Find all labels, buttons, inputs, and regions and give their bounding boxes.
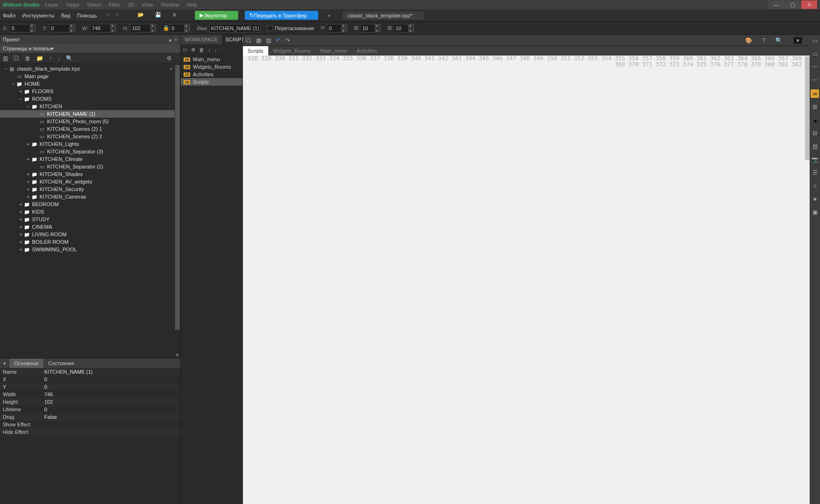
- tree-item[interactable]: KITCHEN_Separator (2): [0, 163, 180, 170]
- editor-tool-2-icon[interactable]: ▦: [256, 37, 261, 44]
- prop-row[interactable]: Width746: [0, 391, 180, 398]
- grid1-input[interactable]: [360, 24, 375, 32]
- copy-icon[interactable]: ⿻: [14, 55, 19, 62]
- tree-item[interactable]: +STUDY: [0, 216, 180, 223]
- new-folder-icon[interactable]: 📁: [36, 55, 43, 62]
- script-item[interactable]: JSWidgets_Rooms: [181, 63, 242, 71]
- rt-device-icon[interactable]: 📱: [811, 116, 819, 124]
- prop-row[interactable]: Lifetime0: [0, 406, 180, 413]
- tree-item[interactable]: +SWIMMING_POOL: [0, 246, 180, 253]
- tree-item[interactable]: −classic_black_template.irpz×: [0, 65, 180, 72]
- tree-item[interactable]: +KIDS: [0, 208, 180, 216]
- rt-wave-2-icon[interactable]: 〰: [811, 76, 819, 85]
- rt-blank-1[interactable]: ▭: [811, 37, 819, 45]
- add-tab-button[interactable]: +: [328, 13, 330, 18]
- rotate-spin[interactable]: [342, 24, 347, 32]
- tree-item[interactable]: −ROOMS: [0, 95, 180, 103]
- angle-spin[interactable]: [185, 24, 190, 32]
- tree-item[interactable]: +BEDROOM: [0, 200, 180, 208]
- editor-redo-icon[interactable]: ↷: [285, 37, 290, 44]
- script-down-icon[interactable]: ↓: [215, 47, 217, 53]
- tree-item[interactable]: KITCHEN_Photo_room (5): [0, 118, 180, 125]
- editor-tool-3-icon[interactable]: ▥: [266, 37, 271, 44]
- tree-item[interactable]: +KITCHEN_Shades: [0, 170, 180, 178]
- tab-main[interactable]: Основные: [9, 359, 43, 368]
- tree-item[interactable]: KITCHEN_Separator (3): [0, 148, 180, 155]
- tree-item[interactable]: KITCHEN_Scenes (2) 1: [0, 125, 180, 133]
- emulator-button[interactable]: ▶ Эмулятор: [195, 11, 238, 20]
- x-input[interactable]: [9, 24, 30, 32]
- pages-dropdown-icon[interactable]: ▾: [51, 46, 54, 52]
- project-dropdown-icon[interactable]: ▴: [169, 37, 172, 43]
- undo-icon[interactable]: ↶: [106, 12, 111, 18]
- props-collapse-icon[interactable]: ▾: [0, 360, 9, 367]
- delete-icon[interactable]: 🗑: [25, 55, 31, 62]
- editor-tab[interactable]: Activities: [352, 46, 382, 56]
- prop-row[interactable]: X0: [0, 376, 180, 383]
- rt-star-icon[interactable]: ★: [811, 195, 819, 203]
- script-item[interactable]: JSActivities: [181, 71, 242, 78]
- script-add-icon[interactable]: ⊕: [191, 47, 195, 53]
- rt-box-icon[interactable]: ▣: [811, 208, 819, 216]
- editor-scrollbar[interactable]: [805, 56, 810, 504]
- script-run-icon[interactable]: ▷: [184, 47, 187, 53]
- rt-db-icon[interactable]: ⊟: [811, 129, 819, 137]
- tree-item[interactable]: KITCHEN_NAME (1): [0, 110, 180, 118]
- script-item[interactable]: JSScripts: [181, 78, 242, 86]
- project-tree[interactable]: −classic_black_template.irpz×Main page−H…: [0, 64, 180, 358]
- w-input[interactable]: [90, 24, 111, 32]
- prop-row[interactable]: Show Effect: [0, 421, 180, 428]
- prop-row[interactable]: Height102: [0, 398, 180, 406]
- rt-page-icon[interactable]: ▤: [811, 142, 819, 151]
- editor-undo-icon[interactable]: ↶: [276, 37, 281, 44]
- script-delete-icon[interactable]: 🗑: [199, 47, 204, 53]
- rt-camera-icon[interactable]: 📷: [811, 155, 819, 164]
- h-input[interactable]: [130, 24, 151, 32]
- tree-item[interactable]: −HOME: [0, 80, 180, 88]
- menu-help[interactable]: Помощь: [77, 13, 97, 18]
- y-spin[interactable]: [70, 24, 75, 32]
- script-item[interactable]: JSMain_menu: [181, 56, 242, 63]
- script-up-icon[interactable]: ↑: [208, 47, 211, 53]
- tab-states[interactable]: Состояния: [43, 359, 79, 368]
- tree-item[interactable]: +KITCHEN_Security: [0, 185, 180, 193]
- tree-item[interactable]: +CINEMA: [0, 223, 180, 231]
- transfer-button[interactable]: ↻ Передать в Трансфер: [245, 11, 318, 20]
- tree-item[interactable]: +BOILER ROOM: [0, 238, 180, 246]
- rotate-input[interactable]: [327, 24, 342, 32]
- move-down-icon[interactable]: ↓: [57, 55, 60, 62]
- tree-item[interactable]: +KITCHEN_Lights: [0, 140, 180, 148]
- prop-row[interactable]: Y0: [0, 383, 180, 391]
- h-spin[interactable]: [151, 24, 156, 32]
- share-icon[interactable]: ⋔: [172, 12, 180, 19]
- help-icon[interactable]: ?: [762, 37, 765, 44]
- tree-item[interactable]: −KITCHEN: [0, 103, 180, 110]
- tree-item[interactable]: KITCHEN_Scenes (2) 2: [0, 133, 180, 140]
- rt-music-icon[interactable]: ♫: [811, 182, 819, 190]
- tree-item[interactable]: Main page: [0, 72, 180, 80]
- lock-icon[interactable]: 🔒: [163, 25, 169, 31]
- script-list[interactable]: JSMain_menuJSWidgets_RoomsJSActivitiesJS…: [181, 56, 242, 504]
- prop-row[interactable]: DragFalse: [0, 413, 180, 421]
- settings-icon[interactable]: ⚙: [167, 55, 172, 62]
- name-input[interactable]: [209, 24, 261, 32]
- window-max-button[interactable]: ▢: [785, 0, 801, 9]
- grid2-spin[interactable]: [409, 24, 414, 32]
- tree-scrollbar[interactable]: ▾: [175, 64, 180, 358]
- tree-item[interactable]: +LIVING ROOM: [0, 231, 180, 238]
- editor-search-icon[interactable]: 🔍: [775, 37, 782, 44]
- prop-row[interactable]: Hide Effect: [0, 428, 180, 436]
- redo-icon[interactable]: ↷: [114, 12, 119, 18]
- editor-menu-dropdown[interactable]: ▾: [794, 37, 802, 44]
- open-icon[interactable]: 📂: [137, 12, 145, 19]
- tab-workspace[interactable]: WORKSPACE: [181, 35, 222, 44]
- save-icon[interactable]: 💾: [155, 12, 162, 19]
- x-spin[interactable]: [30, 24, 36, 32]
- grid2-input[interactable]: [394, 24, 409, 32]
- editor-tab[interactable]: Widgets_Rooms: [268, 46, 316, 56]
- grid1-spin[interactable]: [375, 24, 381, 32]
- window-min-button[interactable]: —: [768, 0, 784, 9]
- rt-blank-2[interactable]: ▭: [811, 50, 819, 58]
- editor-tool-1-icon[interactable]: ⿻: [246, 37, 251, 44]
- search-icon[interactable]: 🔍: [66, 55, 73, 62]
